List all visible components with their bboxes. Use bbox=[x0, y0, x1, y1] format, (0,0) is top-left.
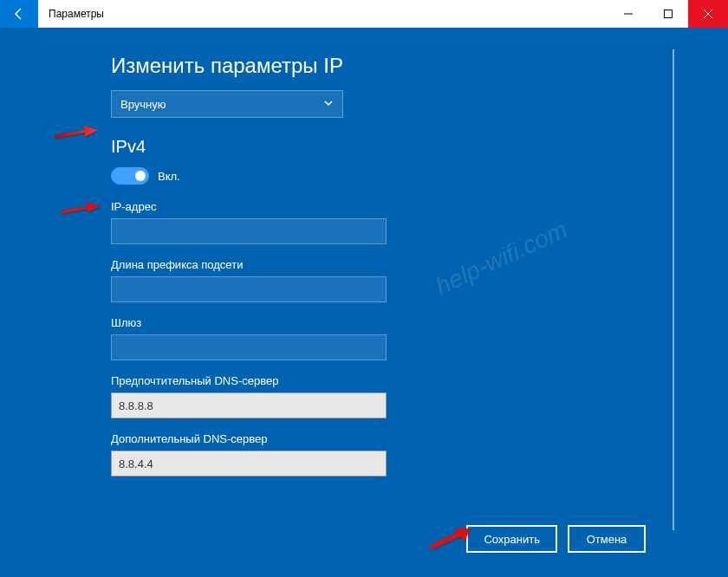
ip-address-input[interactable] bbox=[111, 218, 387, 244]
back-button[interactable] bbox=[0, 0, 38, 28]
prefix-length-input[interactable] bbox=[111, 276, 387, 302]
window-controls bbox=[608, 0, 728, 28]
minimize-icon bbox=[624, 10, 633, 18]
cancel-button[interactable]: Отмена bbox=[568, 525, 646, 553]
content-area: Изменить параметры IP Вручную IPv4 Вкл. … bbox=[0, 28, 728, 577]
button-row: Сохранить Отмена bbox=[466, 525, 646, 553]
preferred-dns-label: Предпочтительный DNS-сервер bbox=[111, 374, 728, 387]
ipv4-section-title: IPv4 bbox=[111, 137, 728, 157]
chevron-down-icon bbox=[323, 96, 334, 112]
maximize-icon bbox=[664, 10, 673, 18]
gateway-label: Шлюз bbox=[111, 316, 728, 329]
ip-mode-dropdown[interactable]: Вручную bbox=[111, 90, 343, 118]
window-title: Параметры bbox=[49, 8, 104, 20]
ipv4-toggle[interactable] bbox=[111, 167, 149, 185]
alternate-dns-input[interactable] bbox=[111, 451, 387, 477]
page-title: Изменить параметры IP bbox=[111, 54, 728, 78]
ip-address-field-group: IP-адрес bbox=[111, 200, 728, 244]
back-arrow-icon bbox=[12, 7, 26, 21]
svg-rect-1 bbox=[665, 10, 673, 17]
toggle-label: Вкл. bbox=[158, 170, 180, 183]
titlebar: Параметры bbox=[0, 0, 728, 28]
ip-address-label: IP-адрес bbox=[111, 200, 728, 213]
close-icon bbox=[704, 10, 712, 18]
toggle-knob bbox=[135, 171, 146, 181]
maximize-button[interactable] bbox=[648, 0, 688, 28]
dropdown-selected-text: Вручную bbox=[120, 98, 323, 111]
scrollbar[interactable] bbox=[673, 49, 674, 530]
minimize-button[interactable] bbox=[608, 0, 648, 28]
alternate-dns-field-group: Дополнительный DNS-сервер bbox=[111, 432, 728, 477]
gateway-input[interactable] bbox=[111, 334, 387, 360]
preferred-dns-input[interactable] bbox=[111, 392, 387, 418]
ipv4-toggle-row: Вкл. bbox=[111, 167, 728, 185]
alternate-dns-label: Дополнительный DNS-сервер bbox=[111, 432, 728, 445]
preferred-dns-field-group: Предпочтительный DNS-сервер bbox=[111, 374, 728, 418]
save-button[interactable]: Сохранить bbox=[466, 525, 557, 553]
arrow-annotation-2 bbox=[57, 197, 105, 223]
close-button[interactable] bbox=[688, 0, 728, 28]
prefix-length-field-group: Длина префикса подсети bbox=[111, 258, 728, 302]
gateway-field-group: Шлюз bbox=[111, 316, 728, 360]
prefix-length-label: Длина префикса подсети bbox=[111, 258, 728, 271]
arrow-annotation-1 bbox=[50, 120, 102, 149]
